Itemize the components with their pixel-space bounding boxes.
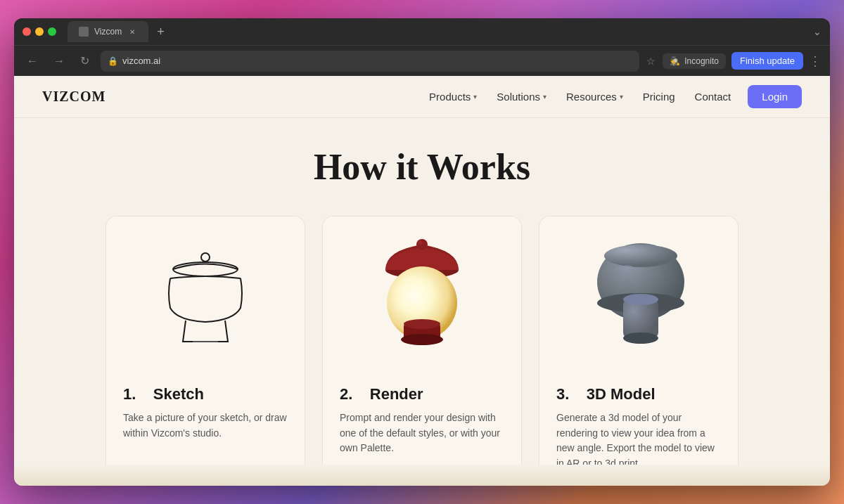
bottom-strip	[14, 465, 830, 486]
incognito-label: Incognito	[684, 56, 719, 66]
svg-point-3	[416, 239, 428, 250]
render-illustration	[368, 229, 477, 359]
nav-bar: ← → ↻ 🔒 vizcom.ai ☆ 🕵 Incognito Finish u…	[14, 45, 830, 76]
chevron-down-icon: ▾	[543, 93, 546, 101]
browser-menu-icon[interactable]: ⋮	[809, 53, 821, 69]
page-title: How it Works	[314, 146, 530, 188]
login-button[interactable]: Login	[748, 85, 802, 108]
site-nav: Products ▾ Solutions ▾ Resources ▾ Prici…	[421, 85, 802, 108]
incognito-icon: 🕵	[670, 56, 680, 66]
nav-item-pricing[interactable]: Pricing	[634, 86, 684, 107]
lock-icon: 🔒	[108, 56, 118, 66]
nav-item-solutions[interactable]: Solutions ▾	[488, 86, 555, 107]
card-model-body: 3. 3D Model Generate a 3d model of your …	[539, 371, 738, 465]
card-render-title: 2. Render	[340, 385, 504, 403]
card-sketch-title: 1. Sketch	[123, 385, 288, 403]
card-sketch-image	[106, 217, 305, 371]
incognito-button[interactable]: 🕵 Incognito	[663, 53, 726, 69]
active-tab[interactable]: Vizcom ✕	[68, 21, 148, 42]
new-tab-button[interactable]: +	[151, 25, 170, 38]
card-model-step: 3.	[556, 385, 569, 403]
chevron-down-icon: ▾	[620, 93, 623, 101]
bookmark-icon[interactable]: ☆	[646, 56, 656, 67]
card-3d-model: 3. 3D Model Generate a 3d model of your …	[539, 216, 738, 465]
card-render-name: Render	[370, 385, 423, 403]
card-render-image	[323, 217, 521, 371]
tab-title: Vizcom	[94, 27, 122, 37]
nav-item-contact[interactable]: Contact	[686, 86, 740, 107]
site-main: How it Works	[14, 118, 830, 465]
browser-window: Vizcom ✕ + ⌄ ← → ↻ 🔒 vizcom.ai ☆ 🕵 Incog…	[14, 18, 830, 486]
card-sketch: 1. Sketch Take a picture of your sketch,…	[106, 216, 305, 465]
fullscreen-button[interactable]	[48, 27, 56, 36]
site-header: VIZCOM Products ▾ Solutions ▾ Resources …	[14, 76, 830, 118]
card-model-desc: Generate a 3d model of your rendering to…	[556, 411, 721, 465]
svg-point-16	[623, 332, 658, 344]
refresh-button[interactable]: ↻	[76, 51, 94, 70]
nav-right: 🕵 Incognito Finish update ⋮	[663, 52, 821, 70]
nav-item-products[interactable]: Products ▾	[421, 86, 485, 107]
forward-button[interactable]: →	[49, 52, 69, 70]
svg-rect-14	[623, 299, 658, 338]
svg-point-9	[404, 319, 440, 329]
chevron-down-icon: ▾	[473, 93, 477, 101]
card-model-title: 3. 3D Model	[556, 385, 721, 403]
svg-point-12	[604, 245, 677, 267]
card-model-name: 3D Model	[587, 385, 656, 403]
card-render: 2. Render Prompt and render your design …	[322, 216, 522, 465]
address-text: vizcom.ai	[122, 56, 632, 66]
tab-favicon	[79, 27, 89, 37]
close-button[interactable]	[23, 27, 31, 36]
website-content: VIZCOM Products ▾ Solutions ▾ Resources …	[14, 76, 830, 486]
sketch-illustration	[149, 231, 262, 357]
model-illustration	[584, 229, 693, 359]
card-sketch-name: Sketch	[153, 385, 204, 403]
nav-resources-label: Resources	[566, 91, 617, 103]
card-sketch-desc: Take a picture of your sketch, or draw w…	[123, 411, 288, 441]
finish-update-button[interactable]: Finish update	[731, 52, 803, 70]
cards-container: 1. Sketch Take a picture of your sketch,…	[106, 216, 738, 465]
back-button[interactable]: ←	[23, 52, 42, 70]
title-bar: Vizcom ✕ + ⌄	[14, 18, 830, 45]
card-render-body: 2. Render Prompt and render your design …	[323, 371, 521, 465]
svg-point-0	[201, 253, 210, 261]
card-sketch-body: 1. Sketch Take a picture of your sketch,…	[106, 371, 305, 458]
svg-point-10	[401, 334, 443, 345]
traffic-lights	[23, 27, 56, 36]
expand-icon[interactable]: ⌄	[813, 26, 821, 37]
minimize-button[interactable]	[35, 27, 44, 36]
card-sketch-step: 1.	[123, 385, 136, 403]
nav-products-label: Products	[429, 91, 471, 103]
nav-contact-label: Contact	[695, 91, 731, 103]
card-render-desc: Prompt and render your design with one o…	[340, 411, 504, 456]
site-logo: VIZCOM	[42, 89, 106, 105]
address-bar[interactable]: 🔒 vizcom.ai	[101, 51, 639, 72]
card-render-step: 2.	[340, 385, 352, 403]
nav-solutions-label: Solutions	[497, 91, 540, 103]
svg-point-15	[623, 294, 658, 305]
tab-close-icon[interactable]: ✕	[127, 27, 137, 37]
nav-item-resources[interactable]: Resources ▾	[558, 86, 632, 107]
card-model-image	[539, 217, 738, 371]
tab-bar: Vizcom ✕ +	[68, 21, 807, 42]
nav-pricing-label: Pricing	[643, 91, 675, 103]
svg-point-4	[418, 240, 422, 245]
